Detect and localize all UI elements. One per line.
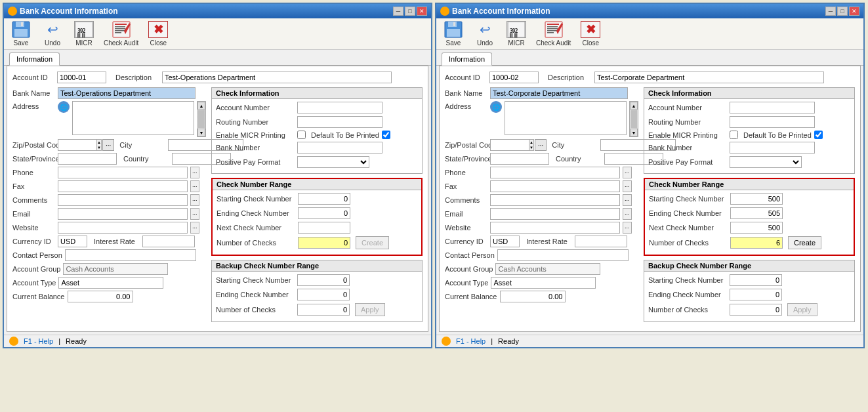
account-group-input[interactable] xyxy=(495,263,600,275)
scroll-down-arrow[interactable]: ▼ xyxy=(197,129,205,136)
currency-input[interactable] xyxy=(58,236,87,247)
help-text[interactable]: F1 - Help xyxy=(456,337,486,345)
next-check-input[interactable] xyxy=(730,222,783,234)
routing-number-input[interactable] xyxy=(297,116,382,128)
address-globe-icon[interactable]: 🌐 xyxy=(58,101,70,113)
backup-starting-input[interactable] xyxy=(730,274,782,286)
zip-dots-button[interactable]: ··· xyxy=(535,139,547,151)
save-button[interactable]: Save xyxy=(442,21,465,47)
fax-input[interactable] xyxy=(490,180,620,192)
comments-dots-button[interactable]: ··· xyxy=(190,194,199,206)
account-type-input[interactable] xyxy=(491,277,596,289)
currency-input[interactable] xyxy=(490,236,520,247)
fax-dots-button[interactable]: ··· xyxy=(623,180,632,192)
account-group-input[interactable] xyxy=(63,263,168,275)
backup-num-checks-input[interactable] xyxy=(297,304,350,316)
default-printed-checkbox[interactable] xyxy=(382,131,390,139)
tab-information[interactable]: Information xyxy=(442,52,492,66)
current-balance-input[interactable] xyxy=(500,291,566,302)
backup-apply-button[interactable]: Apply xyxy=(355,303,385,316)
account-id-input[interactable] xyxy=(489,72,539,83)
bank-number-input[interactable] xyxy=(297,142,382,154)
num-checks-input[interactable] xyxy=(298,237,350,249)
zip-input[interactable] xyxy=(490,139,529,151)
tab-information[interactable]: Information xyxy=(9,52,60,66)
bank-number-input[interactable] xyxy=(730,142,815,154)
scroll-up-arrow[interactable]: ▲ xyxy=(197,102,205,110)
phone-input[interactable] xyxy=(58,167,188,178)
check-audit-button[interactable]: Check Audit xyxy=(104,21,138,47)
phone-dots-button[interactable]: ··· xyxy=(623,167,632,178)
backup-starting-input[interactable] xyxy=(297,274,350,286)
address-textarea[interactable] xyxy=(505,101,627,135)
description-input[interactable] xyxy=(594,72,824,83)
next-check-input[interactable] xyxy=(298,222,350,234)
minimize-button[interactable]: ─ xyxy=(393,7,403,16)
backup-ending-input[interactable] xyxy=(730,289,782,300)
bank-name-input[interactable] xyxy=(490,87,628,99)
scroll-up-arrow[interactable]: ▲ xyxy=(630,102,638,110)
description-input[interactable] xyxy=(162,72,392,83)
account-number-input[interactable] xyxy=(297,102,382,113)
default-printed-checkbox[interactable] xyxy=(814,131,823,139)
contact-person-input[interactable] xyxy=(497,249,629,261)
maximize-button[interactable]: □ xyxy=(405,7,415,16)
bank-name-input[interactable] xyxy=(58,87,196,99)
create-button[interactable]: Create xyxy=(788,236,821,249)
enable-micr-checkbox[interactable] xyxy=(297,131,306,139)
address-globe-icon[interactable]: 🌐 xyxy=(490,101,502,113)
email-dots-button[interactable]: ··· xyxy=(623,208,632,220)
phone-input[interactable] xyxy=(490,167,620,178)
positive-pay-dropdown[interactable] xyxy=(730,156,802,168)
account-type-input[interactable] xyxy=(58,277,163,289)
close-window-button[interactable]: ✕ xyxy=(417,7,427,16)
comments-dots-button[interactable]: ··· xyxy=(623,194,632,206)
address-scrollbar[interactable]: ▲ ▼ xyxy=(629,101,638,137)
interest-rate-input[interactable] xyxy=(142,236,195,247)
save-button[interactable]: Save xyxy=(9,21,33,47)
email-dots-button[interactable]: ··· xyxy=(190,208,199,220)
contact-person-input[interactable] xyxy=(65,249,196,261)
undo-button[interactable]: ↩ Undo xyxy=(41,21,64,47)
interest-rate-input[interactable] xyxy=(575,236,627,247)
address-scrollbar[interactable]: ▲ ▼ xyxy=(197,101,206,137)
account-id-input[interactable] xyxy=(57,72,106,83)
comments-input[interactable] xyxy=(490,194,620,206)
account-number-input[interactable] xyxy=(730,102,815,113)
comments-input[interactable] xyxy=(58,194,188,206)
help-text[interactable]: F1 - Help xyxy=(24,337,53,345)
maximize-button[interactable]: □ xyxy=(837,7,848,16)
address-textarea[interactable] xyxy=(72,101,194,135)
ending-check-input[interactable] xyxy=(298,207,350,219)
zip-spin-up[interactable]: ▲ xyxy=(97,140,101,145)
backup-apply-button[interactable]: Apply xyxy=(787,303,817,316)
phone-dots-button[interactable]: ··· xyxy=(190,167,199,178)
check-audit-button[interactable]: Check Audit xyxy=(536,21,571,47)
undo-button[interactable]: ↩ Undo xyxy=(473,21,497,47)
fax-input[interactable] xyxy=(58,180,188,192)
scroll-down-arrow[interactable]: ▼ xyxy=(630,129,638,136)
num-checks-input[interactable] xyxy=(730,237,783,249)
minimize-button[interactable]: ─ xyxy=(825,7,836,16)
fax-dots-button[interactable]: ··· xyxy=(190,180,199,192)
close-window-button[interactable]: ✕ xyxy=(849,7,859,16)
starting-check-input[interactable] xyxy=(730,193,783,205)
zip-spin-up[interactable]: ▲ xyxy=(529,140,533,145)
state-input[interactable] xyxy=(58,153,117,165)
zip-input[interactable] xyxy=(58,139,97,151)
website-input[interactable] xyxy=(490,222,620,234)
zip-spin-down[interactable]: ▼ xyxy=(529,145,533,150)
website-dots-button[interactable]: ··· xyxy=(190,222,199,234)
close-button[interactable]: ✖ Close xyxy=(146,21,170,47)
micr-button[interactable]: 392 ▌▌▐▐ MICR xyxy=(72,21,96,47)
backup-ending-input[interactable] xyxy=(297,289,350,300)
enable-micr-checkbox[interactable] xyxy=(730,131,738,139)
website-input[interactable] xyxy=(58,222,188,234)
zip-dots-button[interactable]: ··· xyxy=(102,139,114,151)
website-dots-button[interactable]: ··· xyxy=(623,222,632,234)
zip-spin-down[interactable]: ▼ xyxy=(97,145,101,150)
close-button[interactable]: ✖ Close xyxy=(579,21,602,47)
create-button[interactable]: Create xyxy=(356,236,389,249)
ending-check-input[interactable] xyxy=(730,207,783,219)
state-input[interactable] xyxy=(490,153,549,165)
